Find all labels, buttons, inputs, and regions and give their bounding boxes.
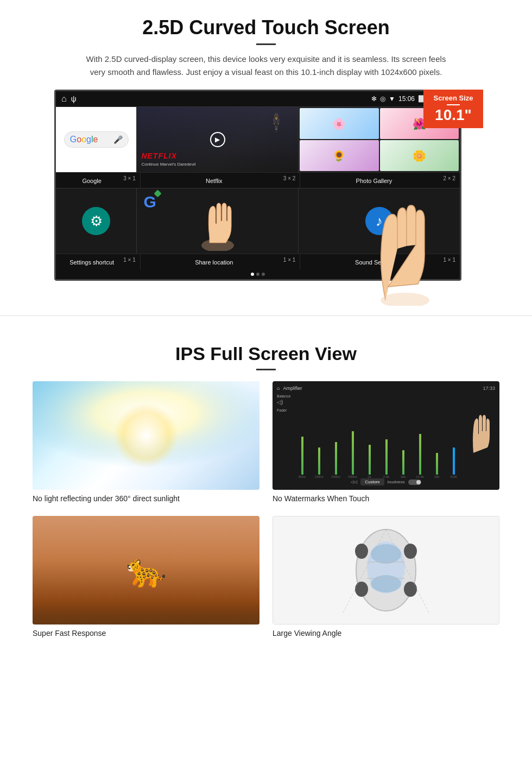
bluetooth-icon: ✻ xyxy=(371,95,377,103)
settings-size: 1 × 1 xyxy=(123,257,136,263)
car-caption: Large Viewing Angle xyxy=(273,629,499,638)
ips-section: IPS Full Screen View xyxy=(0,338,532,654)
netflix-play-button[interactable]: ▶ xyxy=(210,132,225,147)
svg-point-10 xyxy=(404,544,417,559)
eq-bar-3: 200hz xyxy=(328,442,344,478)
feature-car: Large Viewing Angle xyxy=(273,516,499,638)
dot-3 xyxy=(262,273,265,276)
eq-bar-8: 12.5k xyxy=(412,434,428,478)
maps-size: 1 × 1 xyxy=(283,257,296,263)
app-label-maps: Share location 1 × 1 xyxy=(141,254,301,269)
amp-custom-btn[interactable]: Custom xyxy=(360,478,384,485)
eq-bar-10: SUB xyxy=(446,447,461,478)
watermarks-caption: No Watermarks When Touch xyxy=(273,494,499,503)
amp-prev-icon: ◁◁ xyxy=(351,480,357,484)
section1-description: With 2.5D curved-display screen, this de… xyxy=(81,53,451,79)
usb-icon: ψ xyxy=(71,94,77,103)
screen-size-badge: Screen Size 10.1" xyxy=(423,90,483,128)
app-label-google: Google 3 × 1 xyxy=(56,173,141,188)
sound-label: Sound Search xyxy=(355,259,393,266)
amplifier-image: ⌂ Amplifier 17:33 Balance ◁) Fader xyxy=(273,381,499,490)
maps-g-letter: G xyxy=(143,193,156,211)
app-cell-sound[interactable]: ♪ xyxy=(299,188,460,254)
amp-toggle[interactable] xyxy=(408,480,421,485)
eq-bar-1: 60hz xyxy=(294,437,310,478)
title-divider xyxy=(256,43,276,45)
app-label-gallery: Photo Gallery 2 × 2 xyxy=(300,173,460,188)
curved-screen-section: 2.5D Curved Touch Screen With 2.5D curve… xyxy=(0,0,532,294)
dot-2 xyxy=(256,273,259,276)
eq-bar-7: 10k xyxy=(395,450,411,478)
amp-footer: ◁◁ Custom loudness xyxy=(277,478,495,485)
amp-home-icon: ⌂ xyxy=(277,386,280,391)
section2-divider xyxy=(256,369,276,370)
section-divider-hr xyxy=(0,316,532,316)
amp-labels: Balance ◁) Fader xyxy=(277,393,293,478)
microphone-icon[interactable]: 🎤 xyxy=(113,135,123,144)
gallery-photo-1: 🌸 xyxy=(300,108,378,139)
netflix-subtitle: Continue Marvel's Daredevil xyxy=(141,162,195,167)
signal-icon: ▼ xyxy=(389,95,395,103)
car-image xyxy=(273,516,499,624)
sound-thumbnail: ♪ xyxy=(299,188,460,254)
netflix-label: Netflix xyxy=(206,178,223,184)
badge-divider xyxy=(447,104,460,105)
app-row-2: ⚙ G xyxy=(56,188,460,254)
eq-bar-5: 1k xyxy=(362,445,377,478)
maps-bg: G xyxy=(137,188,298,254)
amp-controls: Balance ◁) Fader 60hz xyxy=(277,393,495,478)
feature-grid: No light reflecting under 360° direct su… xyxy=(33,381,499,638)
eq-bar-4: 500hz xyxy=(345,431,360,478)
eq-bar-2: 100hz xyxy=(311,447,327,478)
sun-glow xyxy=(113,403,179,468)
amp-header: ⌂ Amplifier 17:33 xyxy=(277,386,495,391)
dot-1 xyxy=(251,273,254,276)
settings-icon-circle: ⚙ xyxy=(82,207,110,235)
app-cell-google[interactable]: Google 🎤 xyxy=(56,107,137,172)
app-cell-netflix[interactable]: 🕴 ▶ NETFLIX Continue Marvel's Daredevil xyxy=(137,107,299,172)
google-search-bar[interactable]: Google 🎤 xyxy=(64,131,129,148)
eq-bar-9: 15k xyxy=(429,453,445,478)
svg-point-1 xyxy=(381,293,429,306)
google-logo: Google xyxy=(70,135,98,144)
svg-point-12 xyxy=(404,582,417,597)
status-left: ⌂ ψ xyxy=(61,94,77,104)
badge-label: Screen Size xyxy=(427,94,480,102)
cheetah-silhouette: 🐆 xyxy=(126,551,167,590)
sky-bg xyxy=(33,381,259,490)
eq-bars: 60hz 100hz 200hz xyxy=(294,393,461,478)
amp-fader-label: Fader xyxy=(277,408,293,412)
sunlight-image xyxy=(33,381,259,490)
app-label-sound: Sound Search 1 × 1 xyxy=(300,254,460,269)
gallery-photo-4: 🌼 xyxy=(380,140,459,171)
eq-bar-6: 2.5k xyxy=(378,439,394,478)
hand-svg xyxy=(191,191,245,251)
feature-sunlight: No light reflecting under 360° direct su… xyxy=(33,381,259,503)
dust-cloud xyxy=(33,603,259,624)
app-cell-settings[interactable]: ⚙ xyxy=(56,188,137,254)
amp-loudness-label: loudness xyxy=(388,480,405,484)
app-label-settings: Settings shortcut 1 × 1 xyxy=(56,254,141,269)
app-cell-maps[interactable]: G xyxy=(137,188,299,254)
svg-point-6 xyxy=(371,575,401,592)
section2-title: IPS Full Screen View xyxy=(33,343,499,364)
amplifier-bg: ⌂ Amplifier 17:33 Balance ◁) Fader xyxy=(273,381,499,490)
svg-point-5 xyxy=(371,544,401,564)
svg-point-11 xyxy=(355,582,368,597)
amp-hand-svg xyxy=(463,393,495,458)
gallery-photo-3: 🌻 xyxy=(300,140,378,171)
home-icon[interactable]: ⌂ xyxy=(61,94,67,104)
app-label-netflix: Netflix 3 × 2 xyxy=(141,173,301,188)
feature-cheetah: 🐆 Super Fast Response xyxy=(33,516,259,638)
badge-value: 10.1" xyxy=(427,108,480,123)
netflix-size: 3 × 2 xyxy=(283,175,296,181)
cheetah-caption: Super Fast Response xyxy=(33,629,259,638)
amp-volume-icon: ◁) xyxy=(277,399,293,405)
maps-label: Share location xyxy=(195,259,233,266)
app-label-row-1: Google 3 × 1 Netflix 3 × 2 Photo Gallery… xyxy=(56,172,460,188)
app-label-row-2: Settings shortcut 1 × 1 Share location 1… xyxy=(56,254,460,269)
google-thumbnail: Google 🎤 xyxy=(56,107,136,172)
feature-watermarks: ⌂ Amplifier 17:33 Balance ◁) Fader xyxy=(273,381,499,503)
section1-title: 2.5D Curved Touch Screen xyxy=(33,16,499,39)
amp-time: 17:33 xyxy=(483,386,495,391)
